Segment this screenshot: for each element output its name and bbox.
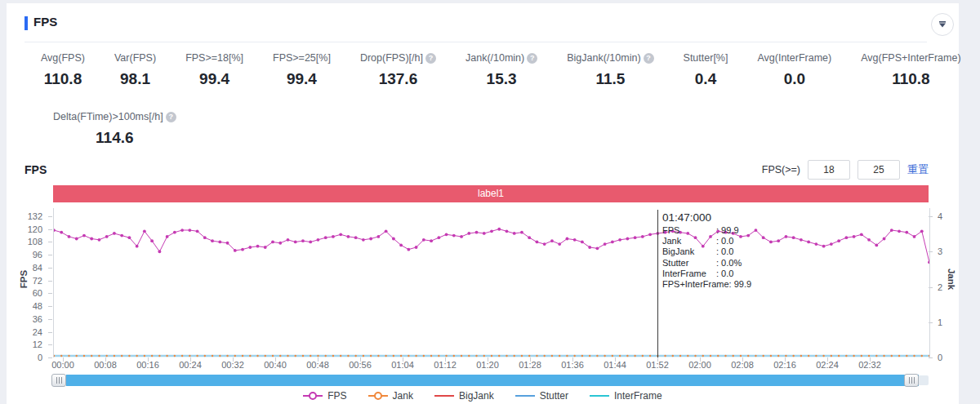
legend-label: BigJank bbox=[459, 390, 494, 402]
stat-label: Drop(FPS)[/h]? bbox=[360, 52, 436, 64]
help-icon[interactable]: ? bbox=[166, 112, 176, 122]
grip-icon bbox=[909, 377, 915, 384]
stat-cell: Avg(FPS)110.8 bbox=[41, 52, 85, 88]
fps-threshold-label: FPS(>=) bbox=[762, 164, 800, 175]
y-tick-label: 72 bbox=[33, 276, 42, 286]
stat-cell: FPS>=18[%]99.4 bbox=[185, 52, 243, 88]
legend-item-interframe[interactable]: InterFrame bbox=[590, 390, 662, 402]
y-tick-mark bbox=[48, 255, 52, 255]
range-selected-bar[interactable] bbox=[66, 375, 919, 386]
y-tick-mark bbox=[48, 306, 52, 307]
y-tick-mark bbox=[48, 357, 52, 358]
x-tick-mark bbox=[318, 357, 318, 362]
y-axis-left: 01224364860728496108120132 bbox=[7, 208, 53, 357]
x-tick-mark bbox=[403, 357, 403, 362]
stat-value: 114.6 bbox=[53, 129, 176, 147]
y-tick-mark bbox=[48, 242, 52, 242]
stat-value: 98.1 bbox=[114, 70, 156, 88]
panel-title: FPS bbox=[33, 15, 57, 29]
legend-marker-icon bbox=[434, 395, 454, 397]
stat-label: FPS>=18[%] bbox=[185, 52, 243, 64]
x-axis: 00:0000:0800:1600:2400:3200:4000:4800:56… bbox=[53, 360, 929, 373]
help-icon[interactable]: ? bbox=[644, 53, 654, 64]
stat-value: 0.4 bbox=[684, 70, 728, 88]
y-tick-label: 132 bbox=[28, 211, 42, 221]
stats-row: Avg(FPS)110.8Var(FPS)98.1FPS>=18[%]99.4F… bbox=[41, 52, 980, 88]
legend-item-bigjank[interactable]: BigJank bbox=[434, 390, 494, 402]
x-tick-mark bbox=[233, 357, 234, 362]
stat-cell: Jank(/10min)?15.3 bbox=[466, 52, 537, 88]
fps-threshold-controls: FPS(>=) 重置 bbox=[762, 160, 929, 180]
stat-value: 110.8 bbox=[41, 70, 85, 88]
legend-item-stutter[interactable]: Stutter bbox=[515, 390, 568, 402]
x-tick-mark bbox=[63, 357, 64, 362]
legend-item-jank[interactable]: Jank bbox=[368, 390, 413, 402]
stat-cell: Stutter[%]0.4 bbox=[684, 52, 728, 88]
collapse-panel-button[interactable] bbox=[931, 13, 954, 36]
stat-value: 99.4 bbox=[185, 70, 243, 88]
y-tick-mark bbox=[48, 319, 52, 320]
range-handle-left[interactable] bbox=[51, 374, 66, 387]
stat-cell: Avg(InterFrame)0.0 bbox=[757, 52, 831, 88]
range-handle-right[interactable] bbox=[904, 374, 919, 387]
stat-label: Avg(FPS+InterFrame) bbox=[861, 52, 960, 64]
y-tick-mark bbox=[48, 281, 52, 282]
legend-circle-icon bbox=[374, 392, 382, 400]
y-tick-label: 0 bbox=[938, 353, 942, 362]
x-tick-mark bbox=[700, 357, 701, 362]
legend-item-fps[interactable]: FPS bbox=[303, 390, 346, 402]
stats-row-2: Delta(FTime)>100ms[/h]?114.6 bbox=[53, 111, 176, 147]
chart-cursor-line bbox=[657, 210, 658, 357]
x-tick-mark bbox=[827, 357, 828, 362]
y-tick-mark bbox=[48, 293, 52, 294]
x-tick-mark bbox=[785, 357, 786, 362]
stat-cell: Avg(FPS+InterFrame)110.8 bbox=[861, 52, 960, 88]
x-tick-mark bbox=[488, 357, 488, 362]
x-tick-mark bbox=[105, 357, 106, 362]
y-tick-label: 120 bbox=[28, 224, 42, 234]
stat-label-text: FPS>=18[%] bbox=[185, 52, 243, 64]
stat-value: 137.6 bbox=[360, 70, 436, 88]
stat-cell: Delta(FTime)>100ms[/h]?114.6 bbox=[53, 111, 176, 147]
y-tick-mark bbox=[48, 268, 52, 269]
stat-label: BigJank(/10min)? bbox=[567, 52, 653, 64]
legend-label: Jank bbox=[393, 390, 413, 402]
y-axis-left-name: FPS bbox=[19, 270, 29, 288]
help-icon[interactable]: ? bbox=[425, 53, 436, 64]
header-divider bbox=[24, 42, 927, 42]
chart-banner-label: label1 bbox=[53, 185, 929, 202]
stat-label-text: Avg(InterFrame) bbox=[757, 52, 831, 64]
fps-line-chart bbox=[54, 208, 929, 357]
x-tick-mark bbox=[360, 357, 361, 362]
y-tick-mark bbox=[48, 344, 52, 345]
fps-threshold-high-input[interactable] bbox=[858, 160, 900, 180]
legend-label: FPS bbox=[327, 390, 346, 402]
accent-bar bbox=[24, 16, 28, 30]
reset-link[interactable]: 重置 bbox=[907, 162, 929, 177]
y-tick-label: 0 bbox=[38, 353, 42, 362]
help-icon[interactable]: ? bbox=[527, 53, 537, 64]
stat-label: Avg(FPS) bbox=[41, 52, 85, 64]
y-tick-label: 24 bbox=[33, 327, 42, 337]
y-tick-mark bbox=[48, 332, 52, 333]
stat-label: FPS>=25[%] bbox=[273, 52, 331, 64]
x-tick-mark bbox=[445, 357, 446, 362]
stat-label: Stutter[%] bbox=[684, 52, 728, 64]
stat-cell: Drop(FPS)[/h]?137.6 bbox=[360, 52, 436, 88]
y-tick-label: 84 bbox=[33, 263, 42, 273]
collapse-chevron-icon bbox=[938, 20, 947, 29]
y-tick-label: 1 bbox=[938, 317, 942, 327]
stat-label: Jank(/10min)? bbox=[466, 52, 537, 64]
stat-label-text: Var(FPS) bbox=[114, 52, 156, 64]
y-tick-label: 96 bbox=[33, 250, 42, 260]
x-tick-mark bbox=[148, 357, 149, 362]
fps-threshold-low-input[interactable] bbox=[808, 160, 850, 180]
y-axis-right-name: Jank bbox=[947, 269, 956, 290]
stat-label-text: Stutter[%] bbox=[684, 52, 728, 64]
fps-chart-plot[interactable] bbox=[53, 208, 930, 357]
stat-value: 0.0 bbox=[757, 70, 831, 88]
stat-label: Delta(FTime)>100ms[/h]? bbox=[53, 111, 176, 122]
legend-marker-icon bbox=[515, 395, 535, 397]
legend-marker-icon bbox=[368, 395, 388, 397]
stat-label-text: FPS>=25[%] bbox=[273, 52, 331, 64]
